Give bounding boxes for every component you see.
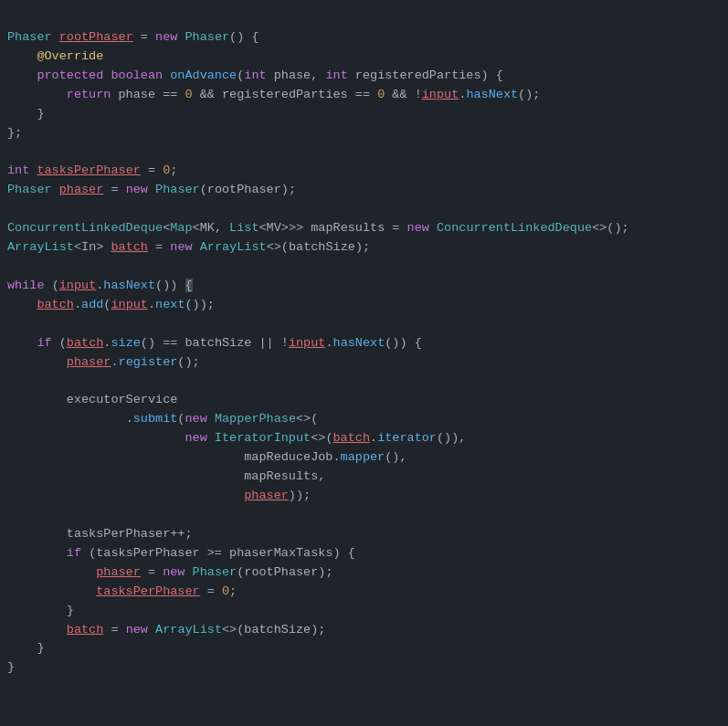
code-editor: Phaser rootPhaser = new Phaser() { @Over… bbox=[7, 9, 728, 678]
line-24: mapResults, bbox=[7, 469, 325, 483]
line-9: Phaser phaser = new Phaser(rootPhaser); bbox=[7, 183, 296, 196]
line-11: ConcurrentLinkedDeque<Map<MK, List<MV>>>… bbox=[7, 221, 629, 235]
line-6: }; bbox=[7, 126, 22, 140]
line-5: } bbox=[7, 107, 45, 121]
line-33: } bbox=[7, 641, 45, 655]
line-27: tasksPerPhaser++; bbox=[7, 527, 193, 541]
line-1: Phaser rootPhaser = new Phaser() { bbox=[7, 30, 259, 44]
line-18: phaser.register(); bbox=[7, 355, 200, 369]
line-25: phaser)); bbox=[7, 489, 311, 502]
line-34: } bbox=[7, 660, 15, 674]
line-3: protected boolean onAdvance(int phase, i… bbox=[7, 68, 503, 82]
line-8: int tasksPerPhaser = 0; bbox=[7, 163, 177, 177]
line-23: mapReduceJob.mapper(), bbox=[7, 450, 407, 464]
line-17: if (batch.size() == batchSize || !input.… bbox=[7, 336, 422, 350]
line-12: ArrayList<In> batch = new ArrayList<>(ba… bbox=[7, 240, 370, 254]
line-32: batch = new ArrayList<>(batchSize); bbox=[7, 623, 325, 637]
line-4: return phase == 0 && registeredParties =… bbox=[7, 88, 540, 101]
line-15: batch.add(input.next()); bbox=[7, 298, 215, 311]
line-2: @Override bbox=[7, 49, 103, 63]
line-20: executorService bbox=[7, 393, 177, 406]
line-31: } bbox=[7, 604, 74, 617]
line-30: tasksPerPhaser = 0; bbox=[7, 584, 237, 598]
line-28: if (tasksPerPhaser >= phaserMaxTasks) { bbox=[7, 546, 355, 560]
line-14: while (input.hasNext()) { bbox=[7, 279, 193, 292]
line-29: phaser = new Phaser(rootPhaser); bbox=[7, 565, 333, 579]
line-22: new IteratorInput<>(batch.iterator()), bbox=[7, 431, 466, 445]
line-21: .submit(new MapperPhase<>( bbox=[7, 412, 318, 426]
